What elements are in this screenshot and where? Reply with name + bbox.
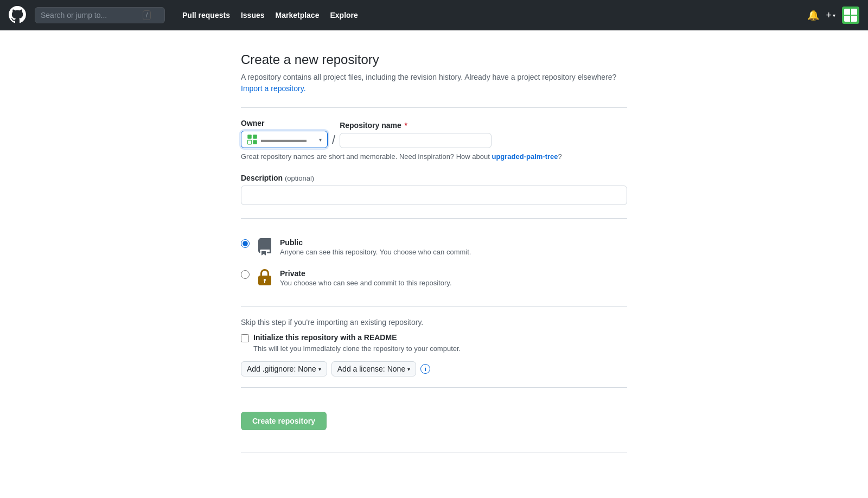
suggestion-link[interactable]: upgraded-palm-tree (492, 152, 558, 161)
private-title: Private (280, 269, 627, 278)
import-link[interactable]: Import a repository. (241, 84, 306, 93)
search-input[interactable] (41, 11, 138, 20)
nav-explore[interactable]: Explore (326, 8, 362, 23)
owner-label: Owner (241, 119, 328, 127)
chevron-down-icon: ▾ (833, 12, 835, 18)
private-lock-icon (256, 269, 273, 286)
repo-name-field-group: Repository name * (340, 121, 492, 148)
license-dropdown[interactable]: Add a license: None ▾ (331, 361, 416, 376)
gitignore-chevron-icon: ▾ (318, 366, 321, 372)
navbar-right: 🔔 + ▾ (807, 7, 859, 24)
notification-icon[interactable]: 🔔 (807, 9, 819, 21)
private-radio-text: Private You choose who can see and commi… (280, 269, 627, 287)
license-value: None (387, 365, 405, 373)
private-radio[interactable] (241, 270, 250, 279)
owner-select[interactable]: ▬▬▬▬▬▬ ▾ (241, 131, 328, 148)
svg-rect-0 (247, 135, 252, 139)
readme-checkbox[interactable] (241, 334, 249, 342)
readme-label[interactable]: Initialize this repository with a README (253, 333, 397, 342)
svg-rect-3 (253, 140, 257, 144)
repo-name-label: Repository name * (340, 121, 492, 130)
description-label: Description (optional) (241, 174, 627, 182)
public-desc: Anyone can see this repository. You choo… (280, 248, 627, 256)
public-option: Public Anyone can see this repository. Y… (241, 232, 627, 263)
owner-avatar-icon (247, 134, 258, 145)
nav-marketplace[interactable]: Marketplace (271, 8, 324, 23)
owner-name: ▬▬▬▬▬▬ (261, 135, 316, 144)
visibility-section: Public Anyone can see this repository. Y… (241, 232, 627, 293)
private-desc: You choose who can see and commit to thi… (280, 279, 627, 287)
search-shortcut: / (143, 10, 151, 20)
optional-tag: (optional) (285, 174, 314, 182)
gitignore-value: None (298, 365, 316, 373)
gitignore-license-row: Add .gitignore: None ▾ Add a license: No… (241, 361, 627, 376)
public-repo-icon (256, 238, 273, 256)
description-section: Description (optional) (241, 174, 627, 205)
footer-divider (241, 452, 627, 452)
svg-rect-2 (247, 140, 252, 144)
bottom-divider (241, 307, 627, 307)
license-label: Add a license: (337, 365, 385, 373)
nav-pull-requests[interactable]: Pull requests (178, 8, 234, 23)
private-option: Private You choose who can see and commi… (241, 263, 627, 293)
owner-field-group: Owner ▬▬▬▬▬▬ ▾ (241, 119, 328, 148)
svg-rect-1 (253, 135, 257, 139)
create-repository-button[interactable]: Create repository (241, 412, 327, 430)
slash-separator: / (332, 133, 335, 147)
owner-repo-row: Owner ▬▬▬▬▬▬ ▾ / Repository name * (241, 119, 627, 148)
license-chevron-icon: ▾ (407, 366, 410, 372)
navbar-links: Pull requests Issues Marketplace Explore (178, 8, 362, 23)
avatar[interactable] (842, 7, 859, 24)
github-logo[interactable] (9, 6, 26, 25)
page-title: Create a new repository (241, 52, 627, 67)
init-section: Skip this step if you're importing an ex… (241, 318, 627, 376)
gitignore-label: Add .gitignore: (247, 365, 296, 373)
owner-dropdown-icon: ▾ (319, 137, 322, 143)
create-divider (241, 387, 627, 388)
readme-row: Initialize this repository with a README (241, 333, 627, 342)
repo-name-hint: Great repository names are short and mem… (241, 152, 627, 161)
repo-name-label-text: Repository name (340, 121, 401, 130)
plus-label: + (826, 10, 832, 21)
nav-issues[interactable]: Issues (237, 8, 269, 23)
main-content: Create a new repository A repository con… (228, 52, 640, 452)
public-title: Public (280, 238, 627, 247)
public-radio-text: Public Anyone can see this repository. Y… (280, 238, 627, 256)
skip-text: Skip this step if you're importing an ex… (241, 318, 627, 327)
required-asterisk: * (405, 121, 407, 130)
readme-hint: This will let you immediately clone the … (253, 344, 627, 353)
search-box[interactable]: / (35, 7, 165, 23)
repo-name-input[interactable] (340, 133, 492, 148)
page-subtitle: A repository contains all project files,… (241, 72, 627, 94)
info-icon[interactable]: i (420, 364, 430, 374)
owner-repo-section: Owner ▬▬▬▬▬▬ ▾ / Repository name * (241, 119, 627, 161)
navbar: / Pull requests Issues Marketplace Explo… (0, 0, 868, 30)
mid-divider (241, 218, 627, 219)
public-radio[interactable] (241, 239, 250, 248)
new-menu[interactable]: + ▾ (826, 10, 835, 21)
description-input[interactable] (241, 186, 627, 205)
gitignore-dropdown[interactable]: Add .gitignore: None ▾ (241, 361, 327, 376)
header-divider (241, 107, 627, 108)
subtitle-text: A repository contains all project files,… (241, 73, 616, 81)
avatar-icon (844, 9, 857, 22)
